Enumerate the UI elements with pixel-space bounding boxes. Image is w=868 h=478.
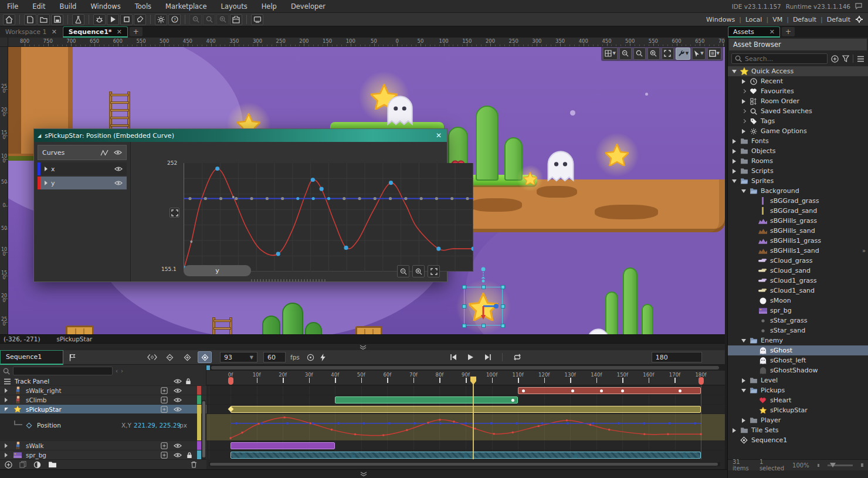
play2-button[interactable] (467, 354, 474, 361)
timeline-lanes[interactable]: 0f10f20f30f40f50f60f70f80f90f100f110f120… (206, 365, 725, 469)
origin-gizmo[interactable] (464, 287, 501, 324)
assets-tab[interactable]: Assets ✕ (728, 26, 780, 38)
add-track-button[interactable] (5, 461, 12, 469)
crate[interactable] (355, 326, 382, 334)
cycle-button[interactable] (307, 354, 314, 361)
star-pickup[interactable] (523, 171, 537, 185)
next-arrow[interactable]: › (121, 368, 123, 374)
cactus[interactable] (642, 304, 653, 334)
add-parameter-button[interactable] (161, 452, 168, 459)
expand-arrow-icon[interactable] (731, 139, 737, 144)
zoom-in-button[interactable] (647, 48, 660, 60)
crate[interactable] (66, 326, 94, 334)
asset-tree-item-sbggrad_grass[interactable]: sBGGrad_grass (728, 196, 868, 206)
add-panel-tab-button[interactable]: + (782, 27, 795, 36)
asset-tree-item-favourites[interactable]: Favourites (728, 86, 868, 96)
asset-span-swalk[interactable] (230, 442, 335, 449)
menu-build[interactable]: Build (53, 0, 84, 13)
asset-tree-item-rooms[interactable]: Rooms (728, 156, 868, 166)
keyframe-dot[interactable] (571, 389, 574, 392)
visibility-eye-icon[interactable] (114, 150, 122, 155)
close-icon[interactable]: ✕ (430, 131, 447, 140)
keyframe-dot[interactable] (522, 389, 525, 392)
toggle-visibility-button[interactable] (33, 461, 41, 469)
curve-channel-x[interactable]: x (38, 162, 127, 175)
expand-arrow-icon[interactable] (731, 159, 737, 164)
menu-layouts[interactable]: Layouts (214, 0, 255, 13)
menu-tools[interactable]: Tools (128, 0, 158, 13)
curve-plot-area[interactable] (184, 163, 473, 272)
asset-tree-item-tags[interactable]: Tags (728, 116, 868, 126)
keyframe-dot[interactable] (679, 389, 681, 392)
asset-tree-item-player[interactable]: Player (728, 415, 868, 425)
asset-tree-item-sbghills1_sand[interactable]: sBGHills1_sand» (728, 246, 868, 256)
settings-button[interactable] (155, 14, 167, 25)
add-parameter-button[interactable] (161, 396, 168, 404)
clean-button[interactable] (134, 14, 146, 25)
current-frame-field[interactable]: 93▼ (220, 352, 257, 362)
copy-track-button[interactable] (19, 461, 26, 468)
asset-span-spickupstar[interactable] (230, 406, 701, 413)
visibility-eye-icon[interactable] (174, 397, 182, 403)
sequence-tab[interactable]: Sequence1 (0, 350, 63, 365)
ladder[interactable] (212, 317, 232, 334)
timeline-scrollstrip[interactable] (206, 365, 725, 371)
loop-button[interactable] (513, 354, 521, 361)
expand-arrow-icon[interactable] (45, 165, 51, 173)
timeline-hscrollbar[interactable] (209, 462, 720, 466)
track-row-swalk_right[interactable]: sWalk_right (0, 385, 206, 395)
asset-tree-item-pickups[interactable]: Pickups (728, 385, 868, 395)
asset-tree-item-sbghills_sand[interactable]: sBGHills_sand (728, 226, 868, 236)
workspace-tab-sequence1-[interactable]: Sequence1*✕ (63, 26, 128, 38)
bottom-collapse-strip[interactable] (0, 469, 727, 478)
menu-edit[interactable]: Edit (25, 0, 52, 13)
asset-span-swalk_right[interactable] (518, 387, 701, 394)
close-icon[interactable]: ✕ (117, 28, 122, 36)
open-project-button[interactable] (38, 14, 50, 25)
build-target-button[interactable] (72, 14, 84, 25)
menu-help[interactable]: Help (255, 0, 284, 13)
asset-tree-item-objects[interactable]: Objects (728, 146, 868, 156)
kf-auto-button[interactable] (198, 351, 212, 363)
cursor-button[interactable]: ▼ (692, 48, 705, 60)
star-pickup[interactable] (605, 143, 629, 167)
keyframe-dot[interactable] (621, 389, 624, 392)
expand-arrow-icon[interactable] (5, 443, 11, 448)
active-channel-pill[interactable]: y (184, 265, 251, 276)
track-row-spr_bg[interactable]: spr_bg (0, 450, 206, 459)
lane-spr-bg[interactable] (206, 450, 725, 459)
playhead-line[interactable] (473, 378, 474, 459)
end-frame-field[interactable]: 180 (652, 352, 702, 362)
expand-arrow-icon[interactable] (741, 129, 747, 134)
target-option[interactable]: Local (745, 16, 762, 23)
zoom-out-button[interactable] (619, 48, 632, 60)
expand-arrow-icon[interactable] (741, 90, 747, 93)
delete-track-button[interactable] (191, 461, 197, 468)
add-workspace-tab-button[interactable]: + (130, 27, 143, 36)
zoom-slider[interactable] (828, 465, 852, 466)
asset-search-input[interactable]: Search... (731, 53, 828, 64)
run-button[interactable] (107, 14, 119, 25)
add-parameter-button[interactable] (161, 406, 168, 413)
expand-arrow-icon[interactable] (5, 388, 11, 393)
asset-tree-item-scripts[interactable]: Scripts (728, 166, 868, 176)
asset-tree-item-recent[interactable]: Recent (728, 76, 868, 86)
asset-tree-item-sbghills_grass[interactable]: sBGHills_grass (728, 216, 868, 226)
collapse-arrow-icon[interactable] (731, 179, 737, 183)
collapse-arrow-icon[interactable] (741, 389, 747, 392)
expand-arrow-icon[interactable] (731, 169, 737, 174)
device-button[interactable] (251, 14, 263, 25)
expand-arrow-icon[interactable] (731, 149, 737, 154)
next-frame-button[interactable] (484, 354, 491, 361)
prev-frame-button[interactable] (450, 354, 457, 361)
asset-tree-item-smoon[interactable]: sMoon (728, 296, 868, 306)
tree[interactable] (282, 303, 303, 334)
loop-start-pin[interactable] (228, 377, 233, 385)
resize-handle[interactable] (251, 279, 327, 282)
track-row-sclimb[interactable]: sClimb (0, 395, 206, 404)
add-parameter-button[interactable] (161, 442, 168, 449)
close-icon[interactable]: ✕ (52, 28, 57, 36)
kf-remove-button[interactable] (162, 351, 177, 363)
lane-position-curve[interactable] (206, 413, 725, 440)
ghost-enemy[interactable] (584, 326, 612, 334)
